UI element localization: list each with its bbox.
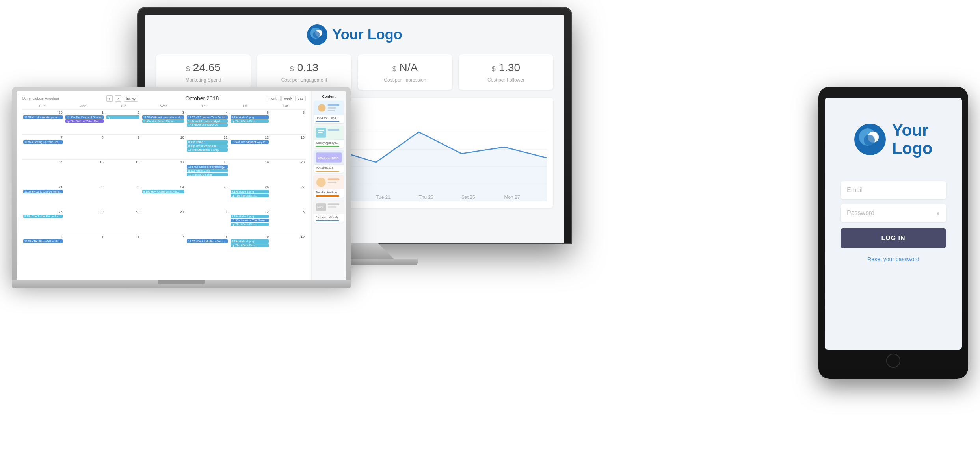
cal-event[interactable]: 8:19p How to See what Ads... [142, 190, 184, 193]
cal-event[interactable]: 1p The State of Video Mar... [65, 119, 104, 123]
tablet-home-button[interactable] [886, 354, 900, 368]
stat-value-3: $ 1.30 [465, 61, 547, 74]
cal-event[interactable]: 1p The #SocialSlim... [231, 194, 269, 197]
cal-view-month[interactable]: month [266, 96, 281, 101]
cal-day-mon: Mon [63, 104, 103, 108]
tablet-device: Your Logo Email Password ● LOG IN [818, 87, 968, 379]
svg-rect-25 [318, 130, 324, 131]
password-label: Password [847, 210, 874, 217]
cal-today-btn[interactable]: today [124, 96, 138, 102]
cal-cell-oct20: 20 [270, 159, 306, 184]
cal-event[interactable]: 1p Creative Video Marke... [142, 119, 184, 123]
cal-cell-nov10: 10 [270, 234, 306, 258]
monitor-logo-text: Your Logo [332, 26, 402, 43]
cal-event[interactable]: 8:19a riddle-2.png [187, 169, 227, 172]
cal-cell-oct10: 10 [141, 134, 186, 159]
cal-event[interactable]: 11:57a 3 Reasons Why Social [187, 115, 227, 119]
cal-event[interactable]: 1p The #SocialSlim... [187, 173, 227, 176]
cal-event[interactable]: 11:57a Understanding your... [23, 115, 63, 119]
cal-event[interactable]: 8:19a riddle-3.png [231, 190, 269, 193]
cal-cell-oct19: 19 [229, 159, 270, 184]
cal-event[interactable]: 11:57a The Smarter Way to... [231, 140, 269, 144]
content-thumb-0 [314, 101, 344, 115]
cal-event[interactable]: 11:57a How to Charge More... [23, 190, 63, 193]
cal-day-fri: Fri [225, 104, 265, 108]
svg-text:Sat 25: Sat 25 [461, 195, 475, 200]
cal-cell-oct6: 6 [270, 109, 306, 134]
cal-event[interactable]: 11:57a The Rise of AI in Ma... [23, 239, 63, 243]
cal-cell-oct8: 8 [64, 134, 105, 159]
content-item-0[interactable]: One-Time Broad... [314, 101, 344, 123]
cal-event[interactable]: 11:57a Setting Up Your Firs... [23, 140, 63, 144]
cal-event[interactable]: 1p... [106, 115, 139, 119]
cal-event[interactable]: 11:57a Increase Your Sales [231, 219, 269, 222]
content-thumb-4: IMG [314, 200, 344, 214]
cal-event[interactable]: 1p The #SocialSlim... [231, 119, 269, 123]
cal-event[interactable]: 1p The Streamlined Way... [187, 148, 227, 152]
svg-text:IMG: IMG [317, 206, 323, 209]
content-item-4[interactable]: IMG Protected: Weekly... [314, 200, 344, 223]
stat-card-3: $ 1.30 Cost per Follower [459, 54, 553, 90]
cal-day-thu: Thu [184, 104, 225, 108]
cal-view-day[interactable]: day [295, 96, 306, 101]
svg-text:Tue 21: Tue 21 [376, 195, 391, 200]
laptop-bottom [12, 280, 351, 288]
content-bar-1 [316, 146, 339, 147]
cal-event[interactable]: 8:19a riddle-5.png [231, 115, 269, 119]
cal-cell-nov3: 3 [270, 209, 306, 233]
svg-text:Mon 27: Mon 27 [504, 195, 520, 200]
cal-cell-oct25: 25 [186, 184, 229, 208]
cal-event[interactable]: 8:19p The Twitter Purge Re... [23, 215, 63, 218]
cal-event[interactable]: 8:19a Roide 1 [187, 140, 227, 144]
svg-text:Thu 23: Thu 23 [419, 195, 433, 200]
stat-value-2: $ N/A [364, 61, 446, 74]
cal-event[interactable]: 11:57a Facebook Psychology... [187, 165, 227, 169]
login-button[interactable]: LOG IN [841, 228, 946, 248]
svg-rect-26 [318, 132, 323, 133]
cal-cell-nov9: 9 8:19a riddle-4.png 1p The #SocialSlim.… [229, 234, 270, 258]
cal-prev-btn[interactable]: ‹ [106, 95, 113, 102]
cal-event[interactable]: 1p Earned vs Owned vs... [187, 123, 227, 127]
svg-rect-27 [328, 129, 340, 131]
cal-event[interactable]: 8:19p The #SocialSlim... [187, 144, 227, 148]
stat-card-2: $ N/A Cost per Impression [358, 54, 452, 90]
cal-nav[interactable]: ‹ › today [106, 95, 138, 102]
stat-value-0: $ 24.65 [162, 61, 244, 74]
content-bar-2 [316, 171, 339, 172]
stat-dollar-1: $ [290, 65, 294, 73]
laptop-screen: (America/Los_Angeles) ‹ › today October … [17, 91, 346, 280]
content-item-2[interactable]: #October2018 #October2018 [314, 150, 344, 173]
cal-day-wed: Wed [144, 104, 184, 108]
cal-event[interactable]: 1p Is social media really d... [187, 119, 227, 123]
cal-event[interactable]: 11:57a When it comes to mark... [142, 115, 184, 119]
cal-view-btns[interactable]: month week day [266, 96, 306, 101]
cal-title: October 2018 [185, 95, 219, 102]
password-field[interactable]: Password ● [841, 204, 946, 222]
cal-cell-oct12: 12 11:57a The Smarter Way to... [229, 134, 270, 159]
monitor-stats-row: $ 24.65 Marketing Spend $ 0.13 Cost per … [156, 54, 553, 90]
content-item-label-2: #October2018 [314, 165, 344, 171]
cal-event[interactable]: 8:19a riddle-4.png [231, 215, 269, 218]
cal-event[interactable]: 1p The #SocialSlim... [231, 243, 269, 247]
cal-event[interactable]: 11:57a The Power of Sharing [65, 115, 104, 119]
svg-rect-38 [328, 204, 340, 206]
cal-cell-oct29: 29 [64, 209, 105, 233]
cal-cell-oct9: 9 [105, 134, 141, 159]
tablet-logo-text: Your Logo [892, 121, 933, 158]
cal-event[interactable]: 1p The #SocialSlim... [231, 223, 269, 226]
scene: Your Logo $ 24.65 Marketing Spend [0, 0, 980, 460]
cal-cell-sep30: 30 11:57a Understanding your... [22, 109, 64, 134]
stat-label-2: Cost per Impression [364, 77, 446, 83]
cal-view-week[interactable]: week [281, 96, 294, 101]
cal-event[interactable]: 11:57a Social Media is Glob... [187, 239, 227, 243]
cal-next-btn[interactable]: › [115, 95, 121, 102]
content-item-3[interactable]: Trending Hashtag... [314, 175, 344, 198]
reset-password-link[interactable]: Reset your password [841, 256, 946, 262]
tablet-logo-icon [854, 124, 886, 155]
content-item-1[interactable]: Weekly Agency S... [314, 126, 344, 148]
cal-event[interactable]: 8:19a riddle-4.png [231, 239, 269, 243]
content-item-label-1: Weekly Agency S... [314, 140, 344, 146]
stat-card-0: $ 24.65 Marketing Spend [156, 54, 251, 90]
cal-cell-oct7: 7 11:57a Setting Up Your Firs... [22, 134, 64, 159]
email-field[interactable]: Email [841, 181, 946, 199]
